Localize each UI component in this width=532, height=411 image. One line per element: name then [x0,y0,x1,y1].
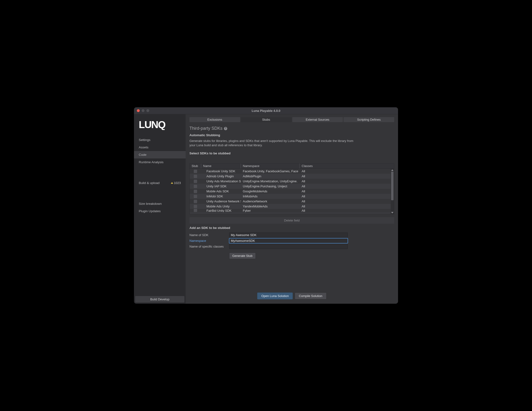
cell-namespace: UnityEngine.Monetization, UnityEngine. [241,179,300,184]
cell-classes: All [300,169,394,174]
cell-name: Unity Ads Monetization SDK [201,179,241,184]
table-row[interactable]: Unity Audience Network SDKAudienceNetwor… [190,199,394,204]
cell-namespace: InMobiAds [241,194,300,199]
minimize-icon[interactable] [142,109,144,112]
titlebar: Luna Playable 4.0.0 [134,107,398,114]
warning-icon [171,182,173,184]
sidebar-item-assets[interactable]: Assets [134,144,186,151]
scroll-thumb[interactable] [391,172,393,200]
window-title: Luna Playable 4.0.0 [134,109,398,113]
scrollbar[interactable] [391,169,394,214]
footer-buttons: Open Luna Solution Compile Solution [190,286,394,301]
table-row[interactable]: Unity Ads Monetization SDKUnityEngine.Mo… [190,179,394,184]
close-icon[interactable] [137,109,140,112]
sidebar-item-size-breakdown[interactable]: Size breakdown [134,200,186,207]
cell-classes: All [300,194,394,199]
delete-field-button[interactable]: Delete field [190,217,394,224]
cell-namespace: GoogleMobileAds [241,189,300,194]
sidebar-item-runtime-analysis[interactable]: Runtime Analysis [134,158,186,166]
window-controls [137,109,149,112]
add-sdk-heading: Add an SDK to be stubbed [190,226,394,230]
sidebar-item-label: Assets [139,146,149,149]
stub-checkbox[interactable] [194,185,197,188]
sidebar-item-build-upload[interactable]: Build & upload 1023 [134,179,186,187]
app-window: Luna Playable 4.0.0 LUNQ Settings Assets… [134,107,398,304]
sidebar-item-label: Build & upload [139,181,160,185]
name-of-sdk-input[interactable] [229,232,348,237]
cell-namespace: YandexMobileAds [241,204,300,209]
tab-scripting-defines[interactable]: Scripting Defines [343,117,394,122]
cell-classes: All [300,199,394,204]
sidebar-item-label: Size breakdown [139,202,162,205]
sidebar-item-settings[interactable]: Settings [134,136,186,144]
cell-namespace: AdMobPlugin [241,174,300,179]
cell-name: Admob Unity Plugin [201,174,241,179]
sidebar-item-code[interactable]: Code [134,151,186,158]
sidebar-item-plugin-updates[interactable]: Plugin Updates [134,207,186,215]
header-classes[interactable]: Classes [300,164,394,168]
stub-checkbox[interactable] [194,200,197,203]
namespace-input[interactable] [229,238,348,243]
sidebar-item-label: Runtime Analysis [139,160,164,164]
cell-classes: All [300,209,394,212]
compile-solution-button[interactable]: Compile Solution [295,292,326,299]
section-description: Generate stubs for libraries, plugins an… [190,139,359,147]
table-row[interactable]: Unity IAP SDKUnityEngine.Purchasing, Uni… [190,184,394,189]
cell-classes: All [300,184,394,189]
header-stub[interactable]: Stub [190,164,201,168]
cell-name: Mobile Ads Unity [201,204,241,209]
generate-stub-button[interactable]: Generate Stub [229,253,256,259]
table-row[interactable]: InMobi SDKInMobiAdsAll [190,194,394,199]
tab-bar: Exclusions Stubs External Sources Script… [190,117,394,122]
tab-external-sources[interactable]: External Sources [292,117,343,122]
badge-count: 1023 [174,181,181,185]
sidebar-item-label: Settings [139,138,151,142]
section-title: Third-party SDKs ? [190,126,394,131]
stub-checkbox[interactable] [194,209,197,212]
header-name[interactable]: Name [201,164,241,168]
cell-namespace: Facebook.Unity, FacebookGames, Face [241,169,300,174]
tab-exclusions[interactable]: Exclusions [190,117,240,122]
stub-checkbox[interactable] [194,175,197,178]
stub-checkbox[interactable] [194,180,197,183]
logo: LUNQ [134,120,186,136]
namespace-label: Namespace [190,239,229,243]
table-row[interactable]: Facebook Unity SDKFacebook.Unity, Facebo… [190,169,394,174]
table-row[interactable]: FairBid Unity SDKFyberAll [190,209,394,212]
build-develop-button[interactable]: Build Develop [135,296,185,303]
table-row[interactable]: Mobile Ads UnityYandexMobileAdsAll [190,204,394,209]
select-sdks-label: Select SDKs to be stubbed [190,152,394,155]
table-body: Facebook Unity SDKFacebook.Unity, Facebo… [190,169,394,214]
stub-checkbox[interactable] [194,170,197,173]
automatic-stubbing-heading: Automatic Stubbing [190,133,394,137]
sidebar: LUNQ Settings Assets Code Runtime Analys… [134,114,186,304]
stub-checkbox[interactable] [194,205,197,208]
cell-classes: All [300,179,394,184]
scroll-up-icon[interactable] [391,169,393,171]
svg-text:LUNQ: LUNQ [139,120,165,130]
open-luna-solution-button[interactable]: Open Luna Solution [257,292,293,299]
stub-checkbox[interactable] [194,190,197,193]
maximize-icon[interactable] [146,109,149,112]
section-title-text: Third-party SDKs [190,126,222,131]
scroll-down-icon[interactable] [391,212,393,213]
main-panel: Exclusions Stubs External Sources Script… [186,114,398,304]
cell-classes: All [300,174,394,179]
cell-name: Facebook Unity SDK [201,169,241,174]
cell-name: Unity IAP SDK [201,184,241,189]
cell-name: FairBid Unity SDK [201,209,241,212]
cell-namespace: AudienceNetwork [241,199,300,204]
sidebar-item-label: Code [139,153,146,156]
table-row[interactable]: Mobile Ads SDKGoogleMobileAdsAll [190,189,394,194]
classes-input[interactable] [229,244,348,249]
classes-label: Name of specific classes [190,245,229,248]
table-row[interactable]: Admob Unity PluginAdMobPluginAll [190,174,394,179]
help-icon[interactable]: ? [224,127,227,130]
cell-namespace: UnityEngine.Purchasing, Uniject [241,184,300,189]
table-header: Stub Name Namespace Classes [190,164,394,169]
cell-classes: All [300,189,394,194]
header-namespace[interactable]: Namespace [241,164,300,168]
cell-name: Unity Audience Network SDK [201,199,241,204]
stub-checkbox[interactable] [194,195,197,198]
tab-stubs[interactable]: Stubs [241,117,292,122]
